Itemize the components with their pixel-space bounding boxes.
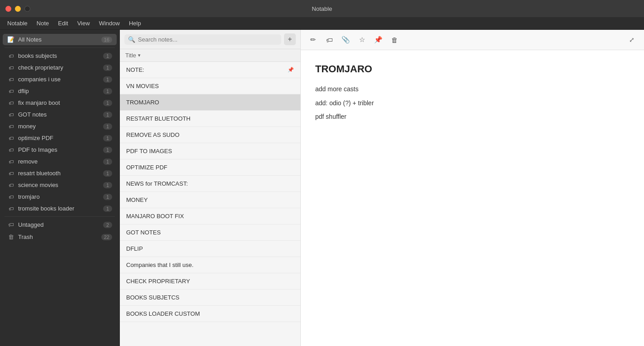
note-item-title: Companies that I still use. [126,262,194,268]
search-box[interactable]: 🔍 [124,34,281,45]
note-item-title: RESTART BLUETOOTH [126,115,190,122]
tag-icon: 🏷 [7,53,14,59]
trash-label: Trash [18,234,98,240]
sidebar-item-untagged[interactable]: 🏷 Untagged 2 [3,219,117,230]
tag-icon: 🏷 [7,194,14,200]
note-list-item[interactable]: RESTART BLUETOOTH [120,111,300,127]
sidebar-item-tag[interactable]: 🏷 money 1 [3,121,117,132]
sidebar-item-tag[interactable]: 🏷 science movies 1 [3,179,117,191]
menu-help[interactable]: Help [125,19,145,28]
sidebar-item-tag[interactable]: 🏷 books subjects 1 [3,50,117,61]
menu-window[interactable]: Window [95,19,123,28]
close-button[interactable] [5,6,11,12]
sidebar-item-trash[interactable]: 🗑 Trash 22 [3,231,117,243]
tag-icon: 🏷 [7,89,14,94]
sidebar-item-tag[interactable]: 🏷 GOT notes 1 [3,109,117,120]
tag-count: 1 [103,135,112,141]
note-list-item[interactable]: REMOVE AS SUDO [120,127,300,143]
tag-label: tromsite books loader [18,205,99,212]
sidebar-item-tag[interactable]: 🏷 check proprietary 1 [3,62,117,73]
tag-label: money [18,123,99,130]
attach-button[interactable]: 📎 [339,33,352,46]
note-list-item[interactable]: NEWS for TROMCAST: [120,176,300,192]
sidebar-item-tag[interactable]: 🏷 PDF to Images 1 [3,144,117,155]
note-list-item[interactable]: TROMJARO [120,94,300,111]
tag-label: dflip [18,88,99,94]
tag-label: tromjaro [18,193,99,200]
pin-button[interactable]: 📌 [371,33,385,46]
expand-button[interactable]: ⤢ [625,33,639,46]
notelist-items: NOTE: 📌 VN MOVIES TROMJARO RESTART BLUET… [120,62,300,346]
editor-toolbar: ✏ 🏷 📎 ☆ 📌 🗑 ⤢ [301,30,644,50]
tag-count: 1 [103,206,112,212]
notes-icon: 📝 [7,36,14,43]
tag-icon: 🏷 [7,100,14,106]
sidebar-item-tag[interactable]: 🏷 remove 1 [3,156,117,167]
menu-edit[interactable]: Edit [54,19,71,28]
note-list-item[interactable]: OPTIMIZE PDF [120,159,300,176]
sidebar-item-tag[interactable]: 🏷 tromjaro 1 [3,191,117,202]
note-list-item[interactable]: PDF TO IMAGES [120,143,300,159]
sidebar-item-tag[interactable]: 🏷 optimize PDF 1 [3,132,117,144]
sidebar-divider-2 [5,216,115,217]
menu-view[interactable]: View [74,19,94,28]
note-item-title: PDF TO IMAGES [126,148,172,154]
minimize-button[interactable] [15,6,21,12]
notelist-titlebar[interactable]: Title ▾ [120,49,300,62]
sidebar-item-tag[interactable]: 🏷 resatrt bluetooth 1 [3,168,117,179]
note-list-item[interactable]: GOT NOTES [120,224,300,241]
note-list-item[interactable]: NOTE: 📌 [120,62,300,78]
tag-icon: 🏷 [7,65,14,70]
add-note-button[interactable]: + [284,33,296,45]
menu-notable[interactable]: Notable [4,19,31,28]
note-list-item[interactable]: MANJARO BOOT FIX [120,208,300,224]
sidebar-item-all-notes[interactable]: 📝 All Notes 16 [3,34,117,45]
maximize-button[interactable] [24,6,30,12]
note-body: add more castsadd: odio (?) + triblerpdf… [315,84,630,122]
note-item-title: BOOKS SUBJETCS [126,294,180,301]
tag-button[interactable]: 🏷 [322,33,336,46]
sidebar-item-tag[interactable]: 🏷 tromsite books loader 1 [3,203,117,214]
note-list: 🔍 + Title ▾ NOTE: 📌 VN MOVIES TROMJARO R… [120,30,301,346]
note-list-item[interactable]: BOOKS SUBJETCS [120,290,300,306]
star-button[interactable]: ☆ [355,33,369,46]
note-item-title: BOOKS LOADER CUSTOM [126,310,200,317]
note-item-title: CHECK PROPRIETARY [126,278,190,285]
main-layout: 📝 All Notes 16 🏷 books subjects 1 🏷 chec… [0,30,644,346]
tag-count: 1 [103,53,112,59]
note-list-item[interactable]: CHECK PROPRIETARY [120,273,300,290]
sidebar: 📝 All Notes 16 🏷 books subjects 1 🏷 chec… [0,30,120,346]
sidebar-item-tag[interactable]: 🏷 dflip 1 [3,85,117,97]
sidebar-item-tag[interactable]: 🏷 companies i use 1 [3,74,117,85]
note-item-title: DFLIP [126,245,143,252]
sidebar-item-tag[interactable]: 🏷 fix manjaro boot 1 [3,97,117,108]
note-item-title: TROMJARO [126,99,159,106]
note-list-item[interactable]: DFLIP [120,241,300,257]
note-list-item[interactable]: BOOKS LOADER CUSTOM [120,306,300,322]
note-line: add more casts [315,84,630,94]
note-item-title: MANJARO BOOT FIX [126,213,184,220]
window-controls [5,6,30,12]
tag-label: companies i use [18,76,99,83]
tag-count: 1 [103,100,112,106]
tag-count: 1 [103,194,112,200]
search-input[interactable] [138,36,278,43]
note-item-title: MONEY [126,196,148,203]
note-list-item[interactable]: Companies that I still use. [120,257,300,273]
note-list-item[interactable]: VN MOVIES [120,78,300,94]
delete-button[interactable]: 🗑 [388,33,401,46]
notelist-header: 🔍 + [120,30,300,49]
tag-count: 1 [103,123,112,130]
note-list-item[interactable]: MONEY [120,192,300,208]
menubar: Notable Note Edit View Window Help [0,17,644,30]
note-line: add: odio (?) + tribler [315,98,630,108]
tag-count: 1 [103,147,112,153]
trash-count: 22 [101,234,112,240]
tag-icon: 🏷 [7,77,14,82]
tag-count: 1 [103,65,112,71]
note-item-title: GOT NOTES [126,229,161,236]
tag-icon: 🏷 [7,147,14,153]
edit-button[interactable]: ✏ [306,33,320,46]
trash-icon: 🗑 [7,234,14,240]
menu-note[interactable]: Note [33,19,52,28]
